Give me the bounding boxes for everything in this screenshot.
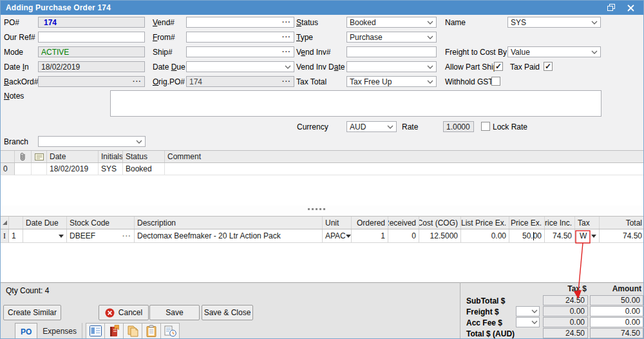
col-price-ex[interactable]: Price Ex.: [509, 217, 545, 229]
notes-textarea[interactable]: [110, 90, 601, 117]
item-stock-code[interactable]: DBEEF···: [67, 229, 135, 243]
our-ref-field[interactable]: [38, 32, 145, 43]
copy-documents-icon[interactable]: [123, 323, 142, 339]
select-all-corner-icon[interactable]: [1, 217, 9, 229]
tax-total-combo[interactable]: Tax Free Up: [346, 76, 437, 87]
tab-expenses[interactable]: Expenses: [37, 323, 82, 339]
item-date-due-combo[interactable]: [23, 229, 67, 243]
save-close-button[interactable]: Save & Close: [202, 305, 253, 320]
lock-rate-checkbox[interactable]: [481, 122, 490, 131]
col-date-due[interactable]: Date Due: [23, 217, 67, 229]
item-ordered[interactable]: 1: [352, 229, 388, 243]
chevron-down-icon: [427, 21, 433, 24]
col-description[interactable]: Description: [135, 217, 323, 229]
col-received[interactable]: Received: [388, 217, 419, 229]
ellipsis-button[interactable]: ···: [282, 48, 291, 55]
item-tax-combo[interactable]: W: [575, 229, 600, 243]
item-list-price-ex[interactable]: 0.00: [461, 229, 509, 243]
ellipsis-button[interactable]: ···: [133, 78, 142, 85]
history-col-initials[interactable]: Initials: [99, 151, 123, 162]
from-field[interactable]: ···: [186, 32, 294, 43]
item-total[interactable]: 74.50: [600, 229, 644, 243]
cancel-button[interactable]: Cancel: [99, 305, 149, 320]
clipboard-icon[interactable]: [142, 323, 161, 339]
history-initials[interactable]: SYS: [99, 163, 123, 175]
type-combo[interactable]: Purchase: [346, 32, 437, 43]
ship-field[interactable]: ···: [186, 46, 294, 57]
history-comment[interactable]: [165, 163, 644, 175]
tax-total-label: Tax Total: [296, 77, 327, 86]
ship-label: Ship#: [153, 48, 173, 57]
restore-window-icon[interactable]: [606, 3, 616, 12]
ellipsis-button[interactable]: ···: [122, 233, 131, 240]
freight-tax-code-combo[interactable]: [516, 306, 540, 316]
chevron-down-icon: [427, 35, 433, 39]
item-row[interactable]: I 1 DBEEF··· Dectomax Beefmaker - 20 Ltr…: [1, 229, 644, 243]
acc-fee-amount-field[interactable]: 0.00: [590, 317, 643, 327]
history-status[interactable]: Booked: [123, 163, 165, 175]
window-title: Adding Purchase Order 174: [1, 3, 111, 12]
notes-label: Notes: [4, 92, 24, 101]
col-price-inc[interactable]: Price Inc.: [545, 217, 575, 229]
item-price-inc[interactable]: 74.50: [545, 229, 575, 243]
withhold-gst-checkbox[interactable]: [491, 77, 500, 86]
history-col-status[interactable]: Status: [123, 151, 165, 162]
col-tax[interactable]: Tax: [575, 217, 600, 229]
item-price-ex[interactable]: 50.00: [509, 229, 545, 243]
col-stock-code[interactable]: Stock Code: [67, 217, 135, 229]
freight-cost-by-combo[interactable]: Value: [507, 46, 601, 57]
tab-po[interactable]: PO: [15, 323, 37, 339]
vend-inv-date-combo[interactable]: [346, 61, 437, 72]
schedule-icon[interactable]: [160, 323, 180, 339]
vend-inv-field[interactable]: [346, 46, 437, 57]
vend-inv-date-label: Vend Inv Date: [296, 63, 345, 72]
vend-field[interactable]: ···: [186, 17, 294, 28]
item-unit-combo[interactable]: APAC: [323, 229, 352, 243]
chevron-down-icon: [427, 65, 433, 69]
history-date[interactable]: 18/02/2019: [47, 163, 99, 175]
dropdown-triangle-icon: [346, 235, 351, 238]
dropdown-triangle-icon: [59, 235, 64, 238]
col-unit[interactable]: Unit: [323, 217, 352, 229]
acc-fee-tax-code-combo[interactable]: [516, 317, 540, 327]
name-combo[interactable]: SYS: [507, 17, 601, 28]
contacts-book-icon[interactable]: [104, 323, 124, 339]
freight-amount-field[interactable]: 0.00: [590, 306, 643, 316]
item-received[interactable]: 0: [388, 229, 419, 243]
chevron-down-icon: [531, 320, 538, 324]
report-icon[interactable]: [86, 323, 105, 339]
col-ordered[interactable]: Ordered: [352, 217, 388, 229]
col-cost-cog[interactable]: Cost (COG): [419, 217, 461, 229]
col-list-price-ex[interactable]: List Price Ex.: [461, 217, 509, 229]
our-ref-label: Our Ref#: [4, 33, 35, 42]
po-field: 174: [38, 17, 145, 28]
date-in-field: 18/02/2019: [38, 61, 145, 72]
branch-combo[interactable]: [38, 136, 146, 147]
ellipsis-button[interactable]: ···: [282, 19, 291, 26]
history-col-date[interactable]: Date: [47, 151, 99, 162]
create-similar-button[interactable]: Create Similar: [3, 305, 61, 320]
status-combo[interactable]: Booked: [346, 17, 437, 28]
text-caret: [533, 232, 534, 240]
tax-paid-checkbox[interactable]: ✓: [544, 62, 553, 71]
close-icon[interactable]: [625, 3, 636, 12]
ellipsis-button[interactable]: ···: [282, 34, 291, 41]
save-button[interactable]: Save: [149, 305, 200, 320]
subtotal-label: SubTotal $: [466, 296, 505, 305]
col-total[interactable]: Total: [600, 217, 644, 229]
item-description[interactable]: Dectomax Beefmaker - 20 Ltr Action Pack: [135, 229, 323, 243]
paperclip-icon: [15, 151, 32, 162]
history-row[interactable]: 0 18/02/2019 SYS Booked: [1, 163, 644, 175]
purchase-order-dialog: Adding Purchase Order 174 PO# 174 Our Re…: [0, 0, 644, 339]
ellipsis-button[interactable]: ···: [282, 78, 291, 85]
splitter-handle[interactable]: [1, 206, 644, 216]
allow-part-ship-checkbox[interactable]: ✓: [494, 62, 503, 71]
currency-combo[interactable]: AUD: [346, 121, 397, 132]
item-cost-cog[interactable]: 12.5000: [419, 229, 461, 243]
date-due-combo[interactable]: [186, 61, 294, 72]
currency-label: Currency: [297, 122, 328, 131]
backord-field[interactable]: ···: [38, 76, 145, 87]
date-in-label: Date In: [4, 63, 29, 72]
history-col-comment[interactable]: Comment: [165, 151, 644, 162]
chevron-down-icon: [531, 309, 538, 313]
